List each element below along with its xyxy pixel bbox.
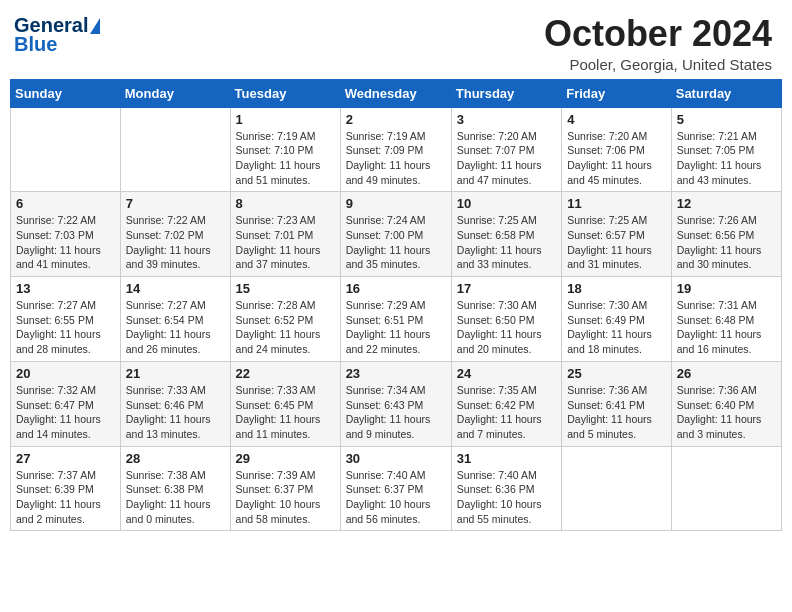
day-number: 22 bbox=[236, 366, 335, 381]
day-number: 18 bbox=[567, 281, 666, 296]
day-number: 31 bbox=[457, 451, 556, 466]
day-header-thursday: Thursday bbox=[451, 79, 561, 107]
calendar-cell: 17Sunrise: 7:30 AMSunset: 6:50 PMDayligh… bbox=[451, 277, 561, 362]
day-info: Sunrise: 7:31 AMSunset: 6:48 PMDaylight:… bbox=[677, 298, 776, 357]
calendar-wrapper: SundayMondayTuesdayWednesdayThursdayFrid… bbox=[0, 79, 792, 542]
calendar-cell bbox=[11, 107, 121, 192]
header-row: SundayMondayTuesdayWednesdayThursdayFrid… bbox=[11, 79, 782, 107]
calendar-cell: 20Sunrise: 7:32 AMSunset: 6:47 PMDayligh… bbox=[11, 361, 121, 446]
calendar-cell: 3Sunrise: 7:20 AMSunset: 7:07 PMDaylight… bbox=[451, 107, 561, 192]
day-info: Sunrise: 7:40 AMSunset: 6:36 PMDaylight:… bbox=[457, 468, 556, 527]
day-info: Sunrise: 7:26 AMSunset: 6:56 PMDaylight:… bbox=[677, 213, 776, 272]
page: General Blue October 2024 Pooler, Georgi… bbox=[0, 0, 792, 612]
calendar-cell: 18Sunrise: 7:30 AMSunset: 6:49 PMDayligh… bbox=[562, 277, 672, 362]
day-info: Sunrise: 7:37 AMSunset: 6:39 PMDaylight:… bbox=[16, 468, 115, 527]
calendar-header: SundayMondayTuesdayWednesdayThursdayFrid… bbox=[11, 79, 782, 107]
day-info: Sunrise: 7:33 AMSunset: 6:45 PMDaylight:… bbox=[236, 383, 335, 442]
calendar-cell: 25Sunrise: 7:36 AMSunset: 6:41 PMDayligh… bbox=[562, 361, 672, 446]
calendar-cell: 7Sunrise: 7:22 AMSunset: 7:02 PMDaylight… bbox=[120, 192, 230, 277]
calendar-cell: 24Sunrise: 7:35 AMSunset: 6:42 PMDayligh… bbox=[451, 361, 561, 446]
day-info: Sunrise: 7:23 AMSunset: 7:01 PMDaylight:… bbox=[236, 213, 335, 272]
location: Pooler, Georgia, United States bbox=[544, 56, 772, 73]
day-number: 6 bbox=[16, 196, 115, 211]
day-number: 17 bbox=[457, 281, 556, 296]
week-row: 1Sunrise: 7:19 AMSunset: 7:10 PMDaylight… bbox=[11, 107, 782, 192]
day-info: Sunrise: 7:30 AMSunset: 6:50 PMDaylight:… bbox=[457, 298, 556, 357]
day-info: Sunrise: 7:32 AMSunset: 6:47 PMDaylight:… bbox=[16, 383, 115, 442]
calendar-cell: 6Sunrise: 7:22 AMSunset: 7:03 PMDaylight… bbox=[11, 192, 121, 277]
day-info: Sunrise: 7:34 AMSunset: 6:43 PMDaylight:… bbox=[346, 383, 446, 442]
calendar-cell: 19Sunrise: 7:31 AMSunset: 6:48 PMDayligh… bbox=[671, 277, 781, 362]
day-info: Sunrise: 7:38 AMSunset: 6:38 PMDaylight:… bbox=[126, 468, 225, 527]
day-number: 2 bbox=[346, 112, 446, 127]
calendar-cell: 29Sunrise: 7:39 AMSunset: 6:37 PMDayligh… bbox=[230, 446, 340, 531]
day-number: 28 bbox=[126, 451, 225, 466]
day-header-saturday: Saturday bbox=[671, 79, 781, 107]
day-header-monday: Monday bbox=[120, 79, 230, 107]
day-number: 19 bbox=[677, 281, 776, 296]
day-info: Sunrise: 7:19 AMSunset: 7:09 PMDaylight:… bbox=[346, 129, 446, 188]
calendar-cell: 21Sunrise: 7:33 AMSunset: 6:46 PMDayligh… bbox=[120, 361, 230, 446]
calendar-cell: 8Sunrise: 7:23 AMSunset: 7:01 PMDaylight… bbox=[230, 192, 340, 277]
day-number: 27 bbox=[16, 451, 115, 466]
title-area: October 2024 Pooler, Georgia, United Sta… bbox=[544, 14, 772, 73]
day-number: 13 bbox=[16, 281, 115, 296]
day-number: 4 bbox=[567, 112, 666, 127]
calendar-cell: 15Sunrise: 7:28 AMSunset: 6:52 PMDayligh… bbox=[230, 277, 340, 362]
day-info: Sunrise: 7:39 AMSunset: 6:37 PMDaylight:… bbox=[236, 468, 335, 527]
day-number: 24 bbox=[457, 366, 556, 381]
calendar-cell: 16Sunrise: 7:29 AMSunset: 6:51 PMDayligh… bbox=[340, 277, 451, 362]
day-info: Sunrise: 7:20 AMSunset: 7:06 PMDaylight:… bbox=[567, 129, 666, 188]
day-number: 12 bbox=[677, 196, 776, 211]
calendar-cell: 12Sunrise: 7:26 AMSunset: 6:56 PMDayligh… bbox=[671, 192, 781, 277]
day-header-friday: Friday bbox=[562, 79, 672, 107]
calendar-cell: 27Sunrise: 7:37 AMSunset: 6:39 PMDayligh… bbox=[11, 446, 121, 531]
calendar-cell: 9Sunrise: 7:24 AMSunset: 7:00 PMDaylight… bbox=[340, 192, 451, 277]
day-number: 29 bbox=[236, 451, 335, 466]
day-number: 20 bbox=[16, 366, 115, 381]
day-number: 7 bbox=[126, 196, 225, 211]
week-row: 20Sunrise: 7:32 AMSunset: 6:47 PMDayligh… bbox=[11, 361, 782, 446]
day-number: 15 bbox=[236, 281, 335, 296]
logo: General Blue bbox=[14, 14, 100, 56]
day-info: Sunrise: 7:21 AMSunset: 7:05 PMDaylight:… bbox=[677, 129, 776, 188]
week-row: 6Sunrise: 7:22 AMSunset: 7:03 PMDaylight… bbox=[11, 192, 782, 277]
month-title: October 2024 bbox=[544, 14, 772, 54]
calendar-body: 1Sunrise: 7:19 AMSunset: 7:10 PMDaylight… bbox=[11, 107, 782, 531]
day-info: Sunrise: 7:22 AMSunset: 7:03 PMDaylight:… bbox=[16, 213, 115, 272]
day-number: 16 bbox=[346, 281, 446, 296]
day-number: 5 bbox=[677, 112, 776, 127]
logo-triangle-icon bbox=[90, 18, 100, 34]
day-header-sunday: Sunday bbox=[11, 79, 121, 107]
day-header-tuesday: Tuesday bbox=[230, 79, 340, 107]
calendar-cell: 26Sunrise: 7:36 AMSunset: 6:40 PMDayligh… bbox=[671, 361, 781, 446]
day-number: 25 bbox=[567, 366, 666, 381]
day-number: 14 bbox=[126, 281, 225, 296]
day-number: 1 bbox=[236, 112, 335, 127]
logo-blue: Blue bbox=[14, 33, 57, 56]
calendar-cell bbox=[562, 446, 672, 531]
calendar-cell: 14Sunrise: 7:27 AMSunset: 6:54 PMDayligh… bbox=[120, 277, 230, 362]
week-row: 13Sunrise: 7:27 AMSunset: 6:55 PMDayligh… bbox=[11, 277, 782, 362]
day-info: Sunrise: 7:33 AMSunset: 6:46 PMDaylight:… bbox=[126, 383, 225, 442]
day-header-wednesday: Wednesday bbox=[340, 79, 451, 107]
day-number: 8 bbox=[236, 196, 335, 211]
day-info: Sunrise: 7:27 AMSunset: 6:55 PMDaylight:… bbox=[16, 298, 115, 357]
day-number: 21 bbox=[126, 366, 225, 381]
calendar-cell: 4Sunrise: 7:20 AMSunset: 7:06 PMDaylight… bbox=[562, 107, 672, 192]
day-info: Sunrise: 7:19 AMSunset: 7:10 PMDaylight:… bbox=[236, 129, 335, 188]
calendar-cell: 2Sunrise: 7:19 AMSunset: 7:09 PMDaylight… bbox=[340, 107, 451, 192]
calendar-cell: 5Sunrise: 7:21 AMSunset: 7:05 PMDaylight… bbox=[671, 107, 781, 192]
day-info: Sunrise: 7:35 AMSunset: 6:42 PMDaylight:… bbox=[457, 383, 556, 442]
calendar-cell: 30Sunrise: 7:40 AMSunset: 6:37 PMDayligh… bbox=[340, 446, 451, 531]
day-info: Sunrise: 7:36 AMSunset: 6:40 PMDaylight:… bbox=[677, 383, 776, 442]
calendar-cell: 31Sunrise: 7:40 AMSunset: 6:36 PMDayligh… bbox=[451, 446, 561, 531]
calendar-cell: 1Sunrise: 7:19 AMSunset: 7:10 PMDaylight… bbox=[230, 107, 340, 192]
day-info: Sunrise: 7:40 AMSunset: 6:37 PMDaylight:… bbox=[346, 468, 446, 527]
calendar-cell: 22Sunrise: 7:33 AMSunset: 6:45 PMDayligh… bbox=[230, 361, 340, 446]
day-info: Sunrise: 7:28 AMSunset: 6:52 PMDaylight:… bbox=[236, 298, 335, 357]
week-row: 27Sunrise: 7:37 AMSunset: 6:39 PMDayligh… bbox=[11, 446, 782, 531]
day-number: 10 bbox=[457, 196, 556, 211]
calendar-cell bbox=[120, 107, 230, 192]
calendar-cell bbox=[671, 446, 781, 531]
